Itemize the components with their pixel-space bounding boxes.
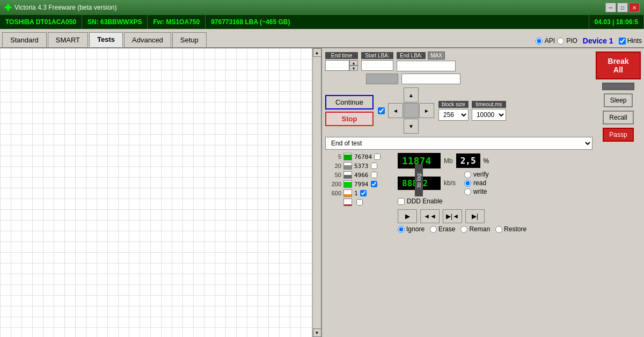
time-spinner: ▲ ▼: [349, 60, 358, 71]
lba-bottom-row: 0 24329984: [325, 74, 592, 84]
hints-label: Hints: [627, 37, 642, 45]
to-log-button[interactable]: :to log:: [415, 164, 423, 196]
ignore-restore-row: Ignore Erase Reman Restore: [398, 225, 592, 233]
end-time-input[interactable]: 2:24: [325, 60, 349, 71]
zero-input[interactable]: 0: [366, 74, 398, 84]
dpad-checkbox[interactable]: [378, 107, 385, 114]
info-bar: TOSHIBA DT01ACA050 SN: 63BBWWXPS Fw: MS1…: [0, 15, 644, 29]
kbs-row: 88832 kb/s verify read writ: [398, 171, 592, 195]
left-panel: ▲ ▼: [0, 48, 322, 337]
reman-radio[interactable]: [460, 226, 467, 233]
dir-left-button[interactable]: ◄: [388, 103, 403, 118]
pio-radio[interactable]: [557, 38, 564, 45]
start-lba-field: Start LBA: 0: [361, 52, 393, 71]
bar-container-50: [343, 171, 352, 179]
minimize-button[interactable]: ─: [605, 3, 616, 12]
bar-check-50[interactable]: [371, 172, 377, 178]
pio-label: PIO: [566, 37, 577, 45]
bar-fill-5: [344, 155, 352, 160]
api-radio[interactable]: [536, 38, 543, 45]
hints-checkbox[interactable]: [619, 38, 626, 45]
bar-check-200[interactable]: [371, 181, 377, 187]
read-label: read: [473, 179, 486, 187]
lba-info: 976773168 LBA (~465 GB): [206, 15, 589, 29]
timeout-label: timeout,ms: [472, 101, 506, 108]
scroll-down-button[interactable]: ▼: [313, 328, 321, 337]
dir-up-button[interactable]: ▲: [404, 87, 419, 102]
passp-button[interactable]: Passp: [603, 128, 633, 142]
block-timeout-row: block size 256 timeout,ms 10000: [438, 101, 506, 121]
timeout-select[interactable]: 10000: [472, 109, 506, 121]
dir-right-button[interactable]: ►: [419, 103, 434, 118]
app-icon: ✚: [4, 3, 11, 13]
playback-controls: ▶ ◄◄ ▶|◄ ▶|: [398, 209, 592, 223]
vertical-scrollbar[interactable]: ▲ ▼: [312, 48, 321, 337]
skip-end-button[interactable]: ▶|: [465, 209, 485, 223]
dir-center-button[interactable]: [404, 103, 419, 118]
device-label: Device 1: [583, 36, 613, 45]
kbs-unit: kb/s: [444, 179, 456, 187]
ddd-enable-checkbox[interactable]: [398, 198, 405, 205]
ignore-radio[interactable]: [398, 226, 405, 233]
current-lba-input[interactable]: 24329984: [401, 74, 460, 84]
verify-radio[interactable]: [464, 171, 471, 178]
bar-container-200: [343, 180, 352, 188]
verify-option: verify: [464, 171, 489, 178]
end-lba-input[interactable]: 976773167: [397, 61, 456, 71]
time-down-button[interactable]: ▼: [349, 65, 358, 71]
bottom-stats-row: 5 76704 20 5373: [325, 153, 592, 334]
stop-button[interactable]: Stop: [325, 112, 374, 126]
percent-unit: %: [484, 157, 489, 165]
bar-label-5: 5: [325, 153, 341, 160]
start-lba-input[interactable]: 0: [361, 60, 393, 71]
maximize-button[interactable]: □: [617, 3, 628, 12]
continue-button[interactable]: Continue: [325, 95, 374, 109]
bar-container-600: [343, 189, 352, 197]
close-button[interactable]: ✕: [629, 3, 640, 12]
play-button[interactable]: ▶: [398, 209, 417, 223]
timeout-field: timeout,ms 10000: [472, 101, 506, 121]
recall-button[interactable]: Recall: [603, 111, 633, 124]
bar-label-200: 200: [325, 181, 341, 187]
dir-empty-bl: [388, 119, 403, 134]
break-all-button[interactable]: Break All: [596, 52, 641, 79]
block-size-select[interactable]: 256: [438, 109, 469, 121]
erase-radio[interactable]: [430, 226, 437, 233]
sleep-button[interactable]: Sleep: [604, 93, 633, 107]
tab-advanced[interactable]: Advanced: [124, 32, 171, 47]
write-option: write: [464, 188, 489, 195]
bar-fill-red: [344, 204, 352, 206]
firmware: Fw: MS1OA750: [148, 15, 206, 29]
bar-value-5: 76704: [354, 153, 372, 160]
scroll-up-button[interactable]: ▲: [313, 48, 321, 57]
tab-setup[interactable]: Setup: [172, 32, 207, 47]
tab-right-controls: API PIO Device 1 Hints: [536, 36, 642, 47]
bar-check-20[interactable]: [371, 163, 377, 169]
tab-smart[interactable]: SMART: [48, 32, 88, 47]
max-button[interactable]: MAX: [428, 52, 445, 60]
ddd-enable-label: DDD Enable: [407, 197, 443, 205]
bar-section: 5 76704 20 5373: [325, 153, 396, 206]
bar-check-600[interactable]: [360, 190, 367, 196]
lba-section: End time 2:24 ▲ ▼ Start LBA: 0: [325, 52, 592, 84]
dir-down-button[interactable]: ▼: [404, 119, 419, 134]
bar-label-50: 50: [325, 172, 341, 178]
tab-standard[interactable]: Standard: [2, 32, 47, 47]
bar-check-5[interactable]: [374, 153, 380, 160]
rewind-button[interactable]: ◄◄: [420, 209, 440, 223]
buttons-section: Continue Stop: [325, 95, 374, 126]
end-of-test-select[interactable]: End of test: [325, 137, 592, 150]
skip-forward-button[interactable]: ▶|◄: [443, 209, 462, 223]
write-radio[interactable]: [464, 188, 471, 195]
middle-controls-row: Continue Stop ▲ ◄ ► ▼: [325, 87, 592, 134]
progress-bar: [602, 83, 634, 90]
bar-value-20: 5373: [354, 163, 369, 170]
bar-check-red[interactable]: [356, 199, 363, 206]
restore-radio[interactable]: [495, 226, 502, 233]
read-radio[interactable]: [464, 180, 471, 187]
tab-tests[interactable]: Tests: [89, 32, 123, 47]
timestamp: 04.03 | 18:06:5: [589, 15, 644, 29]
time-up-button[interactable]: ▲: [349, 60, 358, 65]
grid-canvas: [0, 48, 321, 337]
serial-number: SN: 63BBWWXPS: [82, 15, 148, 29]
